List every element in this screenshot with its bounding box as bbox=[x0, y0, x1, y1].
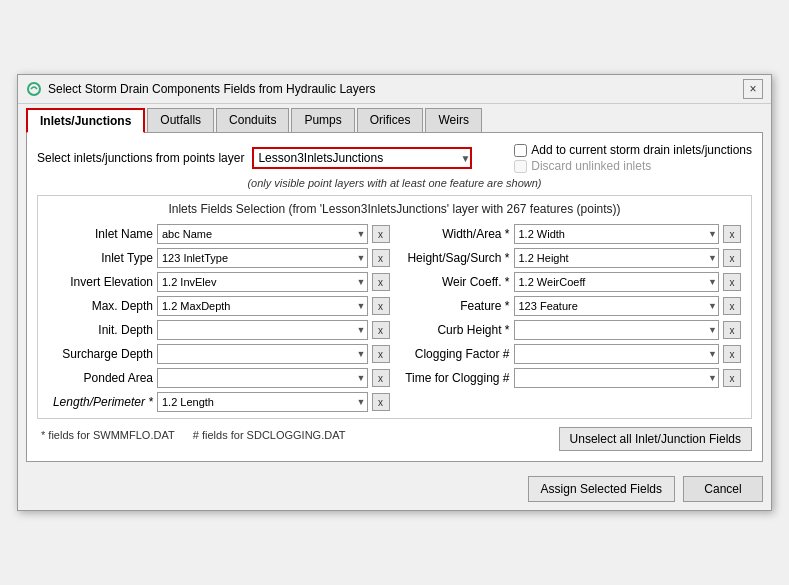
field-clear-button[interactable]: x bbox=[372, 297, 390, 315]
right-field-select-wrap: 1.2 Height▼ bbox=[514, 248, 720, 268]
left-field-select[interactable] bbox=[157, 320, 368, 340]
right-field-select-wrap: ▼ bbox=[514, 368, 720, 388]
field-clear-button[interactable]: x bbox=[372, 321, 390, 339]
left-field-select[interactable]: abc Name bbox=[157, 224, 368, 244]
left-field-label: Surcharge Depth bbox=[48, 347, 153, 361]
left-field-label: Inlet Name bbox=[48, 227, 153, 241]
left-field-select[interactable]: 1.2 Length bbox=[157, 392, 368, 412]
left-field-row: Ponded Area▼x bbox=[48, 368, 390, 388]
fields-title: Inlets Fields Selection (from 'Lesson3In… bbox=[48, 202, 741, 216]
field-clear-button[interactable]: x bbox=[372, 273, 390, 291]
left-field-select[interactable] bbox=[157, 368, 368, 388]
right-field-select[interactable]: 123 Feature bbox=[514, 296, 720, 316]
layer-select[interactable]: Lesson3InletsJunctions bbox=[252, 147, 472, 169]
right-field-select[interactable]: 1.2 WeirCoeff bbox=[514, 272, 720, 292]
right-field-label: Clogging Factor # bbox=[400, 347, 510, 361]
left-field-select-wrap: 1.2 Length▼ bbox=[157, 392, 368, 412]
hint-text: (only visible point layers with at least… bbox=[37, 177, 752, 189]
right-field-row: Weir Coeff. *1.2 WeirCoeff▼x bbox=[400, 272, 742, 292]
cancel-button[interactable]: Cancel bbox=[683, 476, 763, 502]
layer-select-wrapper: Lesson3InletsJunctions ▼ bbox=[252, 147, 472, 169]
left-field-select-wrap: ▼ bbox=[157, 344, 368, 364]
field-clear-button[interactable]: x bbox=[372, 393, 390, 411]
discard-checkbox[interactable] bbox=[514, 160, 527, 173]
tabs-row: Inlets/Junctions Outfalls Conduits Pumps… bbox=[18, 104, 771, 132]
add-checkbox[interactable] bbox=[514, 144, 527, 157]
left-field-row: Max. Depth1.2 MaxDepth▼x bbox=[48, 296, 390, 316]
sdclog-footnote: # fields for SDCLOGGING.DAT bbox=[193, 429, 346, 441]
right-field-select[interactable] bbox=[514, 368, 720, 388]
left-field-label: Invert Elevation bbox=[48, 275, 153, 289]
right-field-select[interactable]: 1.2 Height bbox=[514, 248, 720, 268]
left-field-row: Inlet Type123 InletType▼x bbox=[48, 248, 390, 268]
field-clear-button[interactable]: x bbox=[372, 249, 390, 267]
left-field-select[interactable] bbox=[157, 344, 368, 364]
right-field-label: Feature * bbox=[400, 299, 510, 313]
left-field-select-wrap: abc Name▼ bbox=[157, 224, 368, 244]
svg-point-0 bbox=[28, 83, 40, 95]
left-fields-col: Inlet Nameabc Name▼xInlet Type123 InletT… bbox=[48, 224, 390, 412]
left-field-select-wrap: 1.2 MaxDepth▼ bbox=[157, 296, 368, 316]
left-field-select[interactable]: 1.2 InvElev bbox=[157, 272, 368, 292]
dialog-body: Select inlets/junctions from points laye… bbox=[26, 132, 763, 462]
field-clear-button[interactable]: x bbox=[723, 297, 741, 315]
right-field-select-wrap: 1.2 WeirCoeff▼ bbox=[514, 272, 720, 292]
app-icon bbox=[26, 81, 42, 97]
tab-pumps[interactable]: Pumps bbox=[291, 108, 354, 133]
field-clear-button[interactable]: x bbox=[723, 345, 741, 363]
right-field-select[interactable] bbox=[514, 344, 720, 364]
left-field-select[interactable]: 123 InletType bbox=[157, 248, 368, 268]
field-clear-button[interactable]: x bbox=[723, 273, 741, 291]
close-button[interactable]: × bbox=[743, 79, 763, 99]
dialog: Select Storm Drain Components Fields fro… bbox=[17, 74, 772, 511]
layer-selector-label: Select inlets/junctions from points laye… bbox=[37, 151, 244, 165]
right-field-label: Width/Area * bbox=[400, 227, 510, 241]
swmm-footnote: * fields for SWMMFLO.DAT bbox=[41, 429, 174, 441]
left-field-select-wrap: 1.2 InvElev▼ bbox=[157, 272, 368, 292]
right-field-label: Curb Height * bbox=[400, 323, 510, 337]
left-field-row: Inlet Nameabc Name▼x bbox=[48, 224, 390, 244]
field-clear-button[interactable]: x bbox=[723, 321, 741, 339]
left-field-select-wrap: ▼ bbox=[157, 368, 368, 388]
right-field-row: Clogging Factor #▼x bbox=[400, 344, 742, 364]
layer-row: Select inlets/junctions from points laye… bbox=[37, 143, 752, 173]
tab-conduits[interactable]: Conduits bbox=[216, 108, 289, 133]
discard-checkbox-item: Discard unlinked inlets bbox=[514, 159, 752, 173]
left-field-label: Max. Depth bbox=[48, 299, 153, 313]
right-field-row: Time for Clogging #▼x bbox=[400, 368, 742, 388]
left-field-select[interactable]: 1.2 MaxDepth bbox=[157, 296, 368, 316]
left-field-label: Ponded Area bbox=[48, 371, 153, 385]
left-field-row: Init. Depth▼x bbox=[48, 320, 390, 340]
dialog-footer: Assign Selected Fields Cancel bbox=[18, 470, 771, 510]
left-field-label: Inlet Type bbox=[48, 251, 153, 265]
right-field-row: Width/Area *1.2 Width▼x bbox=[400, 224, 742, 244]
left-field-row: Invert Elevation1.2 InvElev▼x bbox=[48, 272, 390, 292]
right-field-select-wrap: ▼ bbox=[514, 320, 720, 340]
left-field-select-wrap: 123 InletType▼ bbox=[157, 248, 368, 268]
right-field-row: Feature *123 Feature▼x bbox=[400, 296, 742, 316]
unselect-button[interactable]: Unselect all Inlet/Junction Fields bbox=[559, 427, 752, 451]
field-clear-button[interactable]: x bbox=[372, 345, 390, 363]
right-field-select-wrap: 1.2 Width▼ bbox=[514, 224, 720, 244]
tab-inlets-junctions[interactable]: Inlets/Junctions bbox=[26, 108, 145, 133]
field-clear-button[interactable]: x bbox=[372, 225, 390, 243]
tab-orifices[interactable]: Orifices bbox=[357, 108, 424, 133]
fields-group: Inlets Fields Selection (from 'Lesson3In… bbox=[37, 195, 752, 419]
right-field-select[interactable] bbox=[514, 320, 720, 340]
assign-button[interactable]: Assign Selected Fields bbox=[528, 476, 675, 502]
footnotes: * fields for SWMMFLO.DAT # fields for SD… bbox=[37, 429, 345, 441]
field-clear-button[interactable]: x bbox=[723, 249, 741, 267]
left-field-row: Length/Perimeter *1.2 Length▼x bbox=[48, 392, 390, 412]
tab-weirs[interactable]: Weirs bbox=[425, 108, 481, 133]
discard-checkbox-label: Discard unlinked inlets bbox=[531, 159, 651, 173]
field-clear-button[interactable]: x bbox=[723, 225, 741, 243]
right-field-row: Curb Height *▼x bbox=[400, 320, 742, 340]
field-clear-button[interactable]: x bbox=[372, 369, 390, 387]
field-clear-button[interactable]: x bbox=[723, 369, 741, 387]
checkboxes-area: Add to current storm drain inlets/juncti… bbox=[514, 143, 752, 173]
left-field-select-wrap: ▼ bbox=[157, 320, 368, 340]
right-field-label: Time for Clogging # bbox=[400, 371, 510, 385]
tab-outfalls[interactable]: Outfalls bbox=[147, 108, 214, 133]
right-field-select[interactable]: 1.2 Width bbox=[514, 224, 720, 244]
right-field-select-wrap: 123 Feature▼ bbox=[514, 296, 720, 316]
